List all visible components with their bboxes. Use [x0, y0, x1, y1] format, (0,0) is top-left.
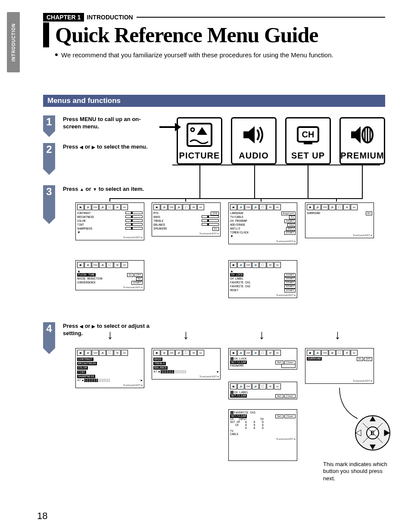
section-heading: Menus and functions	[43, 95, 385, 107]
step-4-arrow: 4	[43, 322, 55, 348]
step-3-text: Press ▲ or ▼ to select an item.	[63, 185, 144, 193]
osd-premium-adj: ▣🔊CH🔊⛶⊞cc SURROUNDOn Off To end push EXI…	[305, 348, 374, 384]
step-1-text: Press MENU to call up an on-screen menu.	[63, 115, 153, 131]
connector-line	[362, 165, 363, 199]
svg-point-4	[191, 128, 194, 131]
menu-audio-label: AUDIO	[239, 151, 268, 161]
side-tab-label: INTRODUCTION	[11, 23, 16, 62]
osd-setup-chlock: ▣🔊CH🔊⛶⊞cc ⬛CH LOCK SET/CLEARSet Clear PA…	[228, 348, 297, 370]
arrow-down-icon: ↓	[334, 327, 341, 342]
page-number: 18	[37, 510, 47, 522]
arrow-down-icon: ↓	[258, 327, 265, 342]
setup-icon: CH	[295, 123, 321, 147]
title-bar	[43, 22, 49, 47]
osd-premium-1: ▣🔊CH🔊⛶⊞cc SURROUNDOn To end push EXIT ⊕	[305, 202, 374, 238]
premium-icon	[349, 123, 375, 147]
menu-setup[interactable]: CH SET UP	[285, 117, 331, 165]
connector-line	[185, 198, 186, 202]
triangle-left-icon: ◀	[80, 145, 83, 149]
step-1-arrow: 1	[43, 115, 55, 131]
menu-premium-label: PREMIUM	[340, 151, 384, 161]
connector-line	[254, 165, 255, 199]
osd-picture-2: ▣🔊CH🔊⛶⊞cc ▲ FLESH TONEOn OffNOISE REDUCT…	[75, 260, 144, 290]
osd-setup-chlabel: ▣🔊CH🔊⛶⊞cc ⬛CH LABEL SET/CLEARSet Clear	[228, 382, 297, 399]
svg-marker-3	[197, 127, 207, 135]
arrow-down-icon: ↓	[183, 327, 189, 342]
svg-marker-5	[243, 126, 255, 143]
connector-line	[109, 198, 363, 199]
menu-audio[interactable]: AUDIO	[231, 117, 277, 165]
osd-picture-1: ▣🔊CH🔊⛶⊞cc CONTRASTBRIGHTNESSCOLORTINTSHA…	[75, 202, 144, 240]
connector-line	[109, 198, 110, 202]
connector-line	[261, 198, 262, 202]
nav-note: This mark indicates which button you sho…	[323, 461, 388, 483]
step-3-arrow: 3	[43, 185, 55, 218]
menu-setup-label: SET UP	[291, 151, 325, 161]
svg-marker-9	[351, 126, 361, 143]
osd-audio-1: ▣🔊CH🔊⛶⊞cc MTSSTRBASSTREBLEBALANCESPEAKER…	[152, 202, 221, 236]
osd-setup-2: ▣🔊CH🔊⛶⊞cc ▲ CH LOCKSTARTCH LABELSTARTFAV…	[228, 260, 297, 298]
triangle-down-icon: ▼	[93, 187, 97, 192]
arrow-down-icon: ↓	[107, 327, 113, 342]
menu-picture[interactable]: PICTURE	[177, 117, 222, 165]
triangle-left-icon: ◀	[80, 324, 83, 329]
menu-picture-label: PICTURE	[179, 151, 220, 161]
connector-line	[199, 165, 200, 199]
menu-premium[interactable]: PREMIUM	[339, 117, 385, 165]
connector-line	[172, 165, 380, 165]
bullet-icon	[55, 53, 58, 56]
step-2-arrow: 2	[43, 143, 55, 169]
svg-text:CH: CH	[302, 130, 314, 139]
osd-audio-adj: ▣🔊CH🔊⛶⊞cc BASSTREBLEBALANCE 47◀▶ To end …	[152, 348, 221, 380]
osd-setup-1: ▣🔊CH🔊⛶⊞cc LANGUAGEEnglishTV/CABLETVCH PR…	[228, 202, 297, 244]
osd-setup-favorite: ⬛FAVORITE CH1 SET/CLEARSet Clear CH INPU…	[228, 409, 297, 461]
nav-dpad-icon: E	[353, 414, 392, 452]
page-title: Quick Reference Menu Guide	[55, 22, 318, 47]
step-2-text: Press ◀ or ▶ to select the menu.	[63, 143, 148, 151]
chapter-badge: CHAPTER 1	[43, 13, 84, 22]
osd-picture-adj: ▣🔊CH🔊⛶⊞cc CONTRASTBRIGHTNESSCOLORTINTSHA…	[75, 348, 144, 388]
triangle-up-icon: ▲	[80, 187, 84, 192]
svg-rect-8	[304, 143, 312, 144]
chapter-rule	[137, 17, 385, 18]
side-tab: INTRODUCTION	[7, 12, 20, 72]
picture-icon	[187, 123, 212, 147]
chapter-label: INTRODUCTION	[87, 14, 133, 21]
connector-line	[308, 165, 308, 199]
audio-icon	[241, 123, 267, 147]
intro-text: We recommend that you familiarize yourse…	[55, 51, 385, 59]
connector-line	[336, 198, 337, 202]
